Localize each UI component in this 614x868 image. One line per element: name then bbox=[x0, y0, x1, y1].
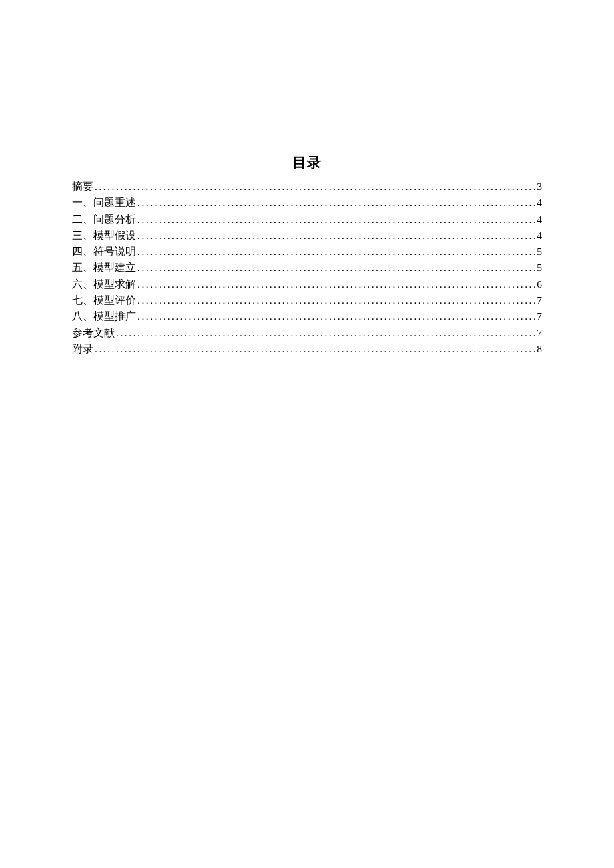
toc-entry: 一、问题重述 4 bbox=[72, 195, 542, 211]
toc-entry-label: 八、模型推广 bbox=[72, 308, 136, 324]
toc-entry: 摘要 3 bbox=[72, 179, 542, 195]
toc-dot-leader bbox=[136, 228, 537, 244]
toc-entry-page: 4 bbox=[537, 228, 542, 244]
toc-entry: 五、模型建立 5 bbox=[72, 260, 542, 276]
toc-entry-page: 4 bbox=[537, 211, 542, 228]
toc-entry: 附录 8 bbox=[72, 341, 542, 357]
toc-entry-label: 附录 bbox=[72, 341, 93, 357]
toc-dot-leader bbox=[136, 260, 537, 276]
toc-entry-page: 7 bbox=[537, 292, 542, 308]
toc-entry: 三、模型假设 4 bbox=[72, 228, 542, 244]
toc-list: 摘要 3 一、问题重述 4 二、问题分析 4 三、模型假设 4 四、符号说明 5… bbox=[72, 179, 542, 357]
toc-entry: 六、模型求解 6 bbox=[72, 276, 542, 292]
toc-entry-label: 七、模型评价 bbox=[72, 292, 136, 308]
toc-entry-page: 4 bbox=[537, 195, 542, 211]
toc-entry-label: 一、问题重述 bbox=[72, 195, 136, 211]
toc-dot-leader bbox=[115, 325, 537, 341]
toc-entry-page: 5 bbox=[537, 244, 542, 260]
toc-entry-label: 参考文献 bbox=[72, 325, 115, 341]
toc-entry: 七、模型评价 7 bbox=[72, 292, 542, 308]
toc-entry-page: 7 bbox=[537, 325, 542, 341]
toc-entry: 四、符号说明 5 bbox=[72, 244, 542, 260]
toc-entry-page: 3 bbox=[537, 179, 542, 195]
toc-entry-label: 二、问题分析 bbox=[72, 211, 136, 228]
toc-dot-leader bbox=[136, 211, 537, 228]
document-page: 目录 摘要 3 一、问题重述 4 二、问题分析 4 三、模型假设 4 四、符号说… bbox=[0, 0, 614, 357]
toc-dot-leader bbox=[93, 179, 537, 195]
toc-dot-leader bbox=[136, 292, 537, 308]
toc-entry-label: 六、模型求解 bbox=[72, 276, 136, 292]
toc-entry-page: 5 bbox=[537, 260, 542, 276]
toc-dot-leader bbox=[136, 276, 537, 292]
toc-entry: 参考文献 7 bbox=[72, 325, 542, 341]
toc-dot-leader bbox=[136, 308, 537, 324]
toc-entry-label: 五、模型建立 bbox=[72, 260, 136, 276]
toc-entry-label: 四、符号说明 bbox=[72, 244, 136, 260]
toc-entry-label: 摘要 bbox=[72, 179, 93, 195]
toc-entry-page: 6 bbox=[537, 276, 542, 292]
toc-dot-leader bbox=[136, 195, 537, 211]
toc-entry-page: 8 bbox=[537, 341, 542, 357]
toc-dot-leader bbox=[93, 341, 537, 357]
toc-entry: 八、模型推广 7 bbox=[72, 308, 542, 324]
toc-entry-page: 7 bbox=[537, 308, 542, 324]
toc-dot-leader bbox=[136, 244, 537, 260]
toc-entry-label: 三、模型假设 bbox=[72, 228, 136, 244]
toc-entry: 二、问题分析 4 bbox=[72, 211, 542, 228]
toc-title: 目录 bbox=[72, 153, 542, 172]
